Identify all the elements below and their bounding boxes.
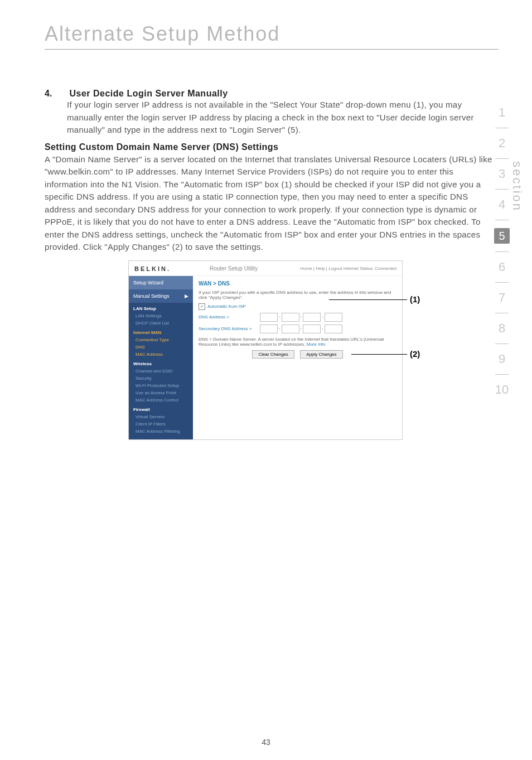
section-link-8[interactable]: 8: [494, 321, 510, 336]
sec-dns-octet-4[interactable]: [325, 325, 342, 333]
page-number: 43: [0, 738, 532, 747]
section-link-6[interactable]: 6: [494, 260, 510, 274]
section-number: 4.: [45, 89, 67, 99]
sidebar-item-dns[interactable]: DNS: [129, 343, 193, 351]
section-link-9[interactable]: 9: [494, 352, 510, 366]
section-label: section: [510, 161, 524, 212]
chevron-right-icon: ▶: [185, 293, 188, 299]
sec-dns-octet-1[interactable]: [260, 325, 278, 333]
dns-note: DNS = Domain Name Server. A server locat…: [199, 337, 396, 347]
auto-isp-checkbox[interactable]: ✓: [199, 303, 205, 310]
sidebar-item-ap[interactable]: Use as Access Point: [129, 389, 193, 396]
sidebar-cat-wan: Internet WAN: [129, 327, 193, 336]
section-body: If your login server IP address is not a…: [67, 99, 499, 137]
dns-body: A "Domain Name Server" is a server locat…: [45, 153, 499, 254]
section-link-10[interactable]: 10: [494, 383, 510, 397]
section-heading: User Decide Login Server Manually: [69, 89, 228, 98]
setup-wizard-button[interactable]: Setup Wizard: [129, 276, 193, 289]
utility-title: Router Setup Utility: [210, 265, 258, 272]
dns-octet-1[interactable]: [260, 313, 278, 322]
section-link-7[interactable]: 7: [494, 291, 510, 305]
sidebar-item-dhcp[interactable]: DHCP Client List: [129, 320, 193, 327]
section-link-2[interactable]: 2: [494, 136, 510, 151]
header-links: Home | Help | Logout Internet Status: Co…: [300, 266, 396, 271]
callout-line-1: [329, 299, 407, 300]
sidebar-item-macfilter[interactable]: MAC Address Filtering: [129, 428, 193, 435]
sec-dns-octet-2[interactable]: [282, 325, 299, 333]
sidebar-item-ipfilters[interactable]: Client IP Filters: [129, 420, 193, 428]
sidebar-item-lan-settings[interactable]: LAN Settings: [129, 312, 193, 320]
sidebar-item-ssid[interactable]: Channel and SSID: [129, 367, 193, 375]
manual-settings-label: Manual Settings: [133, 293, 170, 299]
sec-dns-octet-3[interactable]: [303, 325, 321, 333]
brand-logo: BELKIN.: [134, 265, 171, 272]
sidebar-cat-lan: LAN Setup: [129, 303, 193, 312]
sidebar-item-security[interactable]: Security: [129, 375, 193, 382]
title-rule: [45, 49, 499, 50]
clear-changes-button[interactable]: Clear Changes: [252, 350, 294, 359]
apply-changes-button[interactable]: Apply Changes: [300, 350, 342, 359]
dns-desc: If your ISP provided you with a specific…: [199, 290, 396, 300]
dns-address-input[interactable]: ...: [260, 313, 342, 322]
dns-address-label: DNS Address >: [199, 314, 260, 320]
page-title: Alternate Setup Method: [45, 22, 499, 46]
router-sidebar: Setup Wizard Manual Settings ▶ LAN Setup…: [129, 276, 193, 439]
callout-1: (1): [410, 294, 420, 304]
sec-dns-address-label: Secondary DNS Address >: [199, 326, 260, 331]
section-nav: 1 2 3 4 5 6 7 8 9 10: [494, 98, 510, 405]
more-info-link[interactable]: More Info: [307, 342, 326, 347]
callout-line-2: [351, 354, 407, 355]
router-main: WAN > DNS If your ISP provided you with …: [193, 276, 402, 439]
sidebar-item-wps[interactable]: Wi-Fi Protected Setup: [129, 382, 193, 389]
section-link-5[interactable]: 5: [494, 228, 510, 244]
sidebar-item-mac[interactable]: MAC Address: [129, 351, 193, 358]
sidebar-item-maccontrol[interactable]: MAC Address Control: [129, 396, 193, 404]
dns-octet-2[interactable]: [282, 313, 299, 322]
dns-octet-4[interactable]: [325, 313, 342, 322]
callout-2: (2): [410, 349, 420, 359]
router-header: BELKIN. Router Setup Utility Home | Help…: [129, 261, 402, 276]
section-link-3[interactable]: 3: [494, 167, 510, 181]
router-screenshot: BELKIN. Router Setup Utility Home | Help…: [128, 260, 429, 440]
dns-octet-3[interactable]: [303, 313, 321, 322]
sec-dns-address-input[interactable]: ...: [260, 325, 342, 333]
sidebar-item-virtualservers[interactable]: Virtual Servers: [129, 413, 193, 420]
sidebar-cat-wireless: Wireless: [129, 358, 193, 367]
section-4: 4. User Decide Login Server Manually If …: [45, 89, 499, 137]
section-link-1[interactable]: 1: [494, 105, 510, 120]
auto-isp-label: Automatic from ISP: [207, 304, 246, 309]
dns-heading: Setting Custom Domain Name Server (DNS) …: [45, 142, 499, 152]
manual-settings-button[interactable]: Manual Settings ▶: [129, 289, 193, 303]
sidebar-cat-firewall: Firewall: [129, 404, 193, 413]
sidebar-item-conn-type[interactable]: Connection Type: [129, 336, 193, 343]
section-link-4[interactable]: 4: [494, 197, 510, 212]
breadcrumb: WAN > DNS: [199, 280, 396, 287]
